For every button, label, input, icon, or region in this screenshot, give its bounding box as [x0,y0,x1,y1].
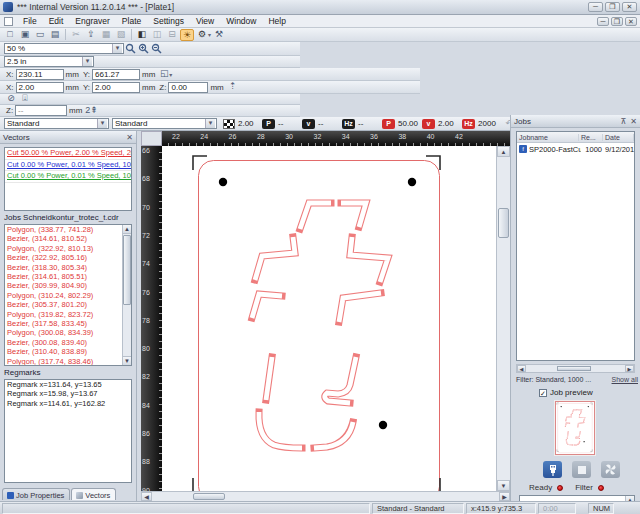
material-group-combo[interactable]: Standard [4,118,109,129]
scroll-right-icon[interactable]: ▶ [625,365,634,372]
menu-file[interactable]: File [17,15,43,27]
options-dropdown-caret[interactable]: ▾ [208,31,211,38]
scroll-thumb[interactable] [557,366,591,371]
tab-vectors[interactable]: Vectors [71,488,116,500]
paste-icon[interactable]: ▧ [114,29,128,41]
list-item[interactable]: Bezier, (314.61, 805.51) [5,272,122,281]
pos-y-field[interactable]: 661.27 [92,69,140,80]
save-icon[interactable]: ▣ [18,29,32,41]
canvas-horizontal-scrollbar[interactable]: ◀ ▶ [141,491,510,501]
list-item[interactable]: Bezier, (322.92, 805.16) [5,253,122,262]
regmarks-list[interactable]: Regmark x=131.64, y=13.65Regmark x=15.98… [4,379,132,483]
list-item[interactable]: Regmark x=131.64, y=13.65 [5,380,131,389]
exhaust-fan-button[interactable] [601,461,620,478]
zoom-select-icon[interactable] [124,43,137,55]
menu-plate[interactable]: Plate [116,15,147,27]
minimize-button[interactable]: ─ [588,2,603,12]
scroll-down-icon[interactable]: ▼ [123,356,131,365]
show-all-link[interactable]: Show all [612,376,638,383]
shapes-list-scrollbar[interactable]: ▲ ▼ [122,225,131,365]
size-z-field[interactable]: 0.00 [168,82,208,93]
cut-icon[interactable]: ✂ [69,29,83,41]
scroll-thumb[interactable] [193,493,225,500]
list-item[interactable]: Polygon, (317.74, 838.46) [5,357,122,366]
mdi-close-button[interactable]: ✕ [625,17,637,26]
plate-canvas[interactable] [162,146,496,491]
list-item[interactable]: Bezier, (305.37, 801.20) [5,300,122,309]
move-z-icon[interactable]: ⇡ [226,81,240,93]
zoom-out-icon[interactable] [150,43,163,55]
scroll-left-icon[interactable]: ◀ [141,492,152,501]
grid-size-combo[interactable]: 2.5 in [4,56,94,67]
tab-job-properties[interactable]: Job Properties [2,488,70,500]
options-gear-icon[interactable]: ⚙ [195,29,209,41]
menu-help[interactable]: Help [262,15,291,27]
job-preview-thumbnail[interactable] [555,401,595,455]
list-item[interactable]: Bezier, (310.40, 838.89) [5,347,122,356]
cut-setting-item[interactable]: Cut 0.00 % Power, 0.01 % Speed, 1000 Hz [5,171,131,183]
cut-setting-item[interactable]: Cut 0.00 % Power, 0.01 % Speed, 1000 Hz [5,160,131,172]
list-item[interactable]: Bezier, (300.08, 839.40) [5,338,122,347]
job-preview-checkbox[interactable]: ✓ [539,389,547,397]
mdi-document-icon[interactable] [4,17,13,26]
new-file-icon[interactable]: □ [3,29,17,41]
shapes-list[interactable]: ▲ ▼ Polygon, (338.77, 741.28)Bezier, (31… [4,224,132,366]
menu-engraver[interactable]: Engraver [69,15,116,27]
list-item[interactable]: Bezier, (317.58, 833.45) [5,319,122,328]
canvas-vertical-scrollbar[interactable]: ▲ ▼ [496,146,510,491]
stop-button[interactable] [572,461,591,478]
zoom-level-combo[interactable]: 50 % [4,43,124,54]
cut-setting-item[interactable]: Cut 50.00 % Power, 2.00 % Speed, 2000 Hz [5,148,131,160]
align-horizontal-icon[interactable]: ◫ [150,29,164,41]
cut-settings-list[interactable]: Cut 50.00 % Power, 2.00 % Speed, 2000 Hz… [4,147,132,211]
size-x-field[interactable]: 2.00 [16,82,64,93]
wysiwyg-icon[interactable]: ☀ [180,29,194,41]
pos-x-field[interactable]: 230.11 [16,69,64,80]
job-row[interactable]: f SP2000-FastCut.cdr 1000 9/12/2015 [517,143,634,155]
mdi-restore-button[interactable]: ❐ [611,17,623,26]
focus-tool-icon[interactable]: ⍗ [18,93,32,105]
scroll-up-icon[interactable]: ▲ [123,225,131,234]
laser-tool-icon[interactable]: ⚒ [212,29,226,41]
laser-pointer-icon[interactable]: ⊘ [4,93,18,105]
list-item[interactable]: Regmark x=114.61, y=162.82 [5,399,131,408]
jobs-panel-close-icon[interactable]: ✕ [630,117,637,126]
print-icon[interactable]: ▤ [48,29,62,41]
scroll-down-icon[interactable]: ▼ [497,480,510,491]
jobs-queue-list[interactable]: Jobname Re... Date f SP2000-FastCut.cdr … [516,131,635,361]
zoom-in-icon[interactable] [137,43,150,55]
menu-window[interactable]: Window [220,15,262,27]
list-item[interactable]: Polygon, (300.08, 834.39) [5,328,122,337]
material-name-combo[interactable]: Standard [112,118,217,129]
vectors-panel-close-icon[interactable]: ✕ [126,133,133,142]
restore-button[interactable]: ❐ [605,2,620,12]
list-item[interactable]: Bezier, (309.99, 804.90) [5,281,122,290]
list-item[interactable]: Bezier, (318.30, 805.34) [5,263,122,272]
anchor-dropdown-caret[interactable]: ▾ [169,71,172,78]
list-item[interactable]: Polygon, (322.92, 810.13) [5,244,122,253]
list-item[interactable]: Polygon, (338.77, 741.28) [5,225,122,234]
menu-view[interactable]: View [190,15,220,27]
size-y-field[interactable]: 2.00 [92,82,140,93]
send-to-engraver-icon[interactable]: ⇪ [84,29,98,41]
align-vertical-icon[interactable]: ⊟ [165,29,179,41]
scroll-right-icon[interactable]: ▶ [499,492,510,501]
list-item[interactable]: Regmark x=15.98, y=13.67 [5,389,131,398]
autofocus-icon[interactable]: 2⇞ [84,105,98,117]
scroll-left-icon[interactable]: ◀ [517,365,526,372]
list-item[interactable]: Polygon, (310.24, 802.29) [5,291,122,300]
connect-engraver-icon[interactable]: ◧ [135,29,149,41]
scroll-thumb[interactable] [498,208,509,238]
open-icon[interactable]: ▭ [33,29,47,41]
jobs-horizontal-scrollbar[interactable]: ◀ ▶ [516,364,635,373]
scroll-up-icon[interactable]: ▲ [497,146,510,157]
list-item[interactable]: Bezier, (314.61, 810.52) [5,234,122,243]
halftone-icon[interactable] [223,119,235,129]
z-field[interactable]: -- [15,105,67,116]
copy-icon[interactable]: ▦ [99,29,113,41]
mdi-minimize-button[interactable]: ─ [597,17,609,26]
usb-connect-button[interactable] [543,461,562,478]
menu-settings[interactable]: Settings [147,15,190,27]
pin-icon[interactable]: ⊼ [620,117,626,126]
jobs-table-header[interactable]: Jobname Re... Date [517,132,634,143]
